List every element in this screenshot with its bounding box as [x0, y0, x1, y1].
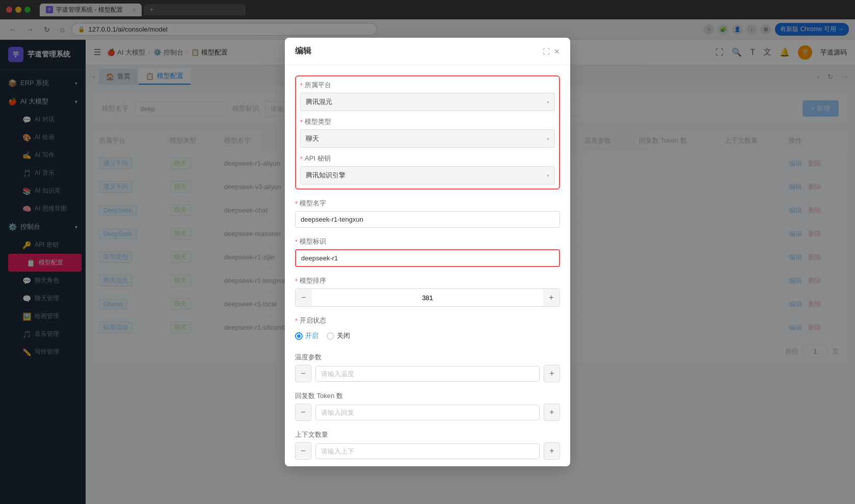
tokens-input-group: − + — [295, 404, 560, 421]
modal-close-btn[interactable]: ✕ — [554, 47, 560, 56]
context-label: 上下文数量 — [295, 430, 560, 439]
modal-body: * 所属平台 腾讯混元 ▾ * 模型类型 聊天 ▾ — [285, 65, 570, 466]
model-type-select[interactable]: 聊天 ▾ — [300, 129, 555, 148]
model-name-label: * 模型名字 — [295, 199, 560, 208]
tokens-decrease-btn[interactable]: − — [295, 404, 311, 421]
model-sort-stepper: − + — [295, 288, 560, 307]
form-row-temp: 温度参数 − + — [295, 353, 560, 382]
form-row-model-name: * 模型名字 — [295, 199, 560, 228]
form-group-top: * 所属平台 腾讯混元 ▾ * 模型类型 聊天 ▾ — [295, 75, 560, 190]
platform-label-text: 所属平台 — [305, 81, 331, 90]
temp-label: 温度参数 — [295, 353, 560, 362]
status-label: * 开启状态 — [295, 316, 560, 325]
model-id-label-text: 模型标识 — [300, 237, 326, 246]
model-id-input[interactable] — [295, 249, 560, 267]
form-row-model-type: * 模型类型 聊天 ▾ — [300, 117, 555, 148]
context-input-group: − + — [295, 442, 560, 460]
api-key-label: * API 秘钥 — [300, 154, 555, 163]
tokens-input[interactable] — [315, 405, 540, 420]
form-row-api-key: * API 秘钥 腾讯知识引擎 ▾ — [300, 154, 555, 184]
required-icon-api: * — [300, 155, 303, 163]
temp-increase-btn[interactable]: + — [544, 365, 560, 382]
required-icon-name: * — [295, 200, 298, 207]
model-sort-label: * 模型排序 — [295, 276, 560, 285]
api-key-value: 腾讯知识引擎 — [306, 171, 345, 180]
modal-header-actions: ⛶ ✕ — [543, 47, 560, 56]
sort-decrease-btn[interactable]: − — [296, 289, 312, 306]
temp-decrease-btn[interactable]: − — [295, 365, 311, 382]
status-on-label: 开启 — [305, 331, 318, 340]
model-sort-label-text: 模型排序 — [300, 276, 326, 285]
model-name-input[interactable] — [295, 211, 560, 228]
form-row-platform: * 所属平台 腾讯混元 ▾ — [300, 81, 555, 111]
context-increase-btn[interactable]: + — [544, 442, 560, 460]
sort-increase-btn[interactable]: + — [543, 289, 559, 306]
status-on-radio[interactable]: 开启 — [295, 331, 318, 340]
model-type-label: * 模型类型 — [300, 117, 555, 126]
tokens-increase-btn[interactable]: + — [544, 404, 560, 421]
temp-label-text: 温度参数 — [295, 353, 322, 362]
form-row-context: 上下文数量 − + — [295, 430, 560, 460]
status-off-radio[interactable]: 关闭 — [327, 331, 350, 340]
api-key-select[interactable]: 腾讯知识引擎 ▾ — [300, 166, 555, 184]
platform-value: 腾讯混元 — [306, 97, 332, 107]
platform-select[interactable]: 腾讯混元 ▾ — [300, 93, 555, 111]
required-icon-platform: * — [300, 82, 303, 89]
form-row-model-sort: * 模型排序 − + — [295, 276, 560, 307]
context-decrease-btn[interactable]: − — [295, 442, 311, 460]
status-off-label: 关闭 — [337, 331, 350, 340]
context-label-text: 上下文数量 — [295, 430, 328, 439]
model-type-arrow-icon: ▾ — [547, 136, 549, 142]
model-type-label-text: 模型类型 — [305, 117, 331, 126]
platform-label: * 所属平台 — [300, 81, 555, 90]
temp-input[interactable] — [315, 366, 540, 382]
required-icon-id: * — [295, 238, 298, 246]
model-type-value: 聊天 — [306, 134, 319, 143]
api-key-label-text: API 秘钥 — [305, 154, 331, 163]
radio-on-circle — [295, 332, 303, 340]
modal-title: 编辑 — [295, 46, 311, 57]
edit-modal: 编辑 ⛶ ✕ * 所属平台 腾讯混元 ▾ — [285, 38, 570, 466]
model-name-label-text: 模型名字 — [300, 199, 326, 208]
tokens-label: 回复数 Token 数 — [295, 391, 560, 401]
tokens-label-text: 回复数 Token 数 — [295, 391, 343, 401]
required-icon-type: * — [300, 118, 303, 126]
radio-off-circle — [327, 332, 334, 340]
modal-header: 编辑 ⛶ ✕ — [285, 38, 570, 65]
modal-expand-btn[interactable]: ⛶ — [543, 47, 550, 56]
sort-input[interactable] — [312, 291, 543, 305]
platform-arrow-icon: ▾ — [547, 99, 549, 105]
api-key-arrow-icon: ▾ — [547, 173, 549, 178]
context-input[interactable] — [315, 443, 540, 459]
temp-input-group: − + — [295, 365, 560, 382]
status-radio-group: 开启 关闭 — [295, 328, 560, 343]
form-row-tokens: 回复数 Token 数 − + — [295, 391, 560, 421]
required-icon-status: * — [295, 317, 298, 325]
form-row-status: * 开启状态 开启 关闭 — [295, 316, 560, 343]
form-row-model-id: * 模型标识 — [295, 237, 560, 267]
required-icon-sort: * — [295, 277, 298, 285]
status-label-text: 开启状态 — [300, 316, 326, 325]
modal-overlay[interactable]: 编辑 ⛶ ✕ * 所属平台 腾讯混元 ▾ — [0, 0, 855, 504]
model-id-label: * 模型标识 — [295, 237, 560, 246]
